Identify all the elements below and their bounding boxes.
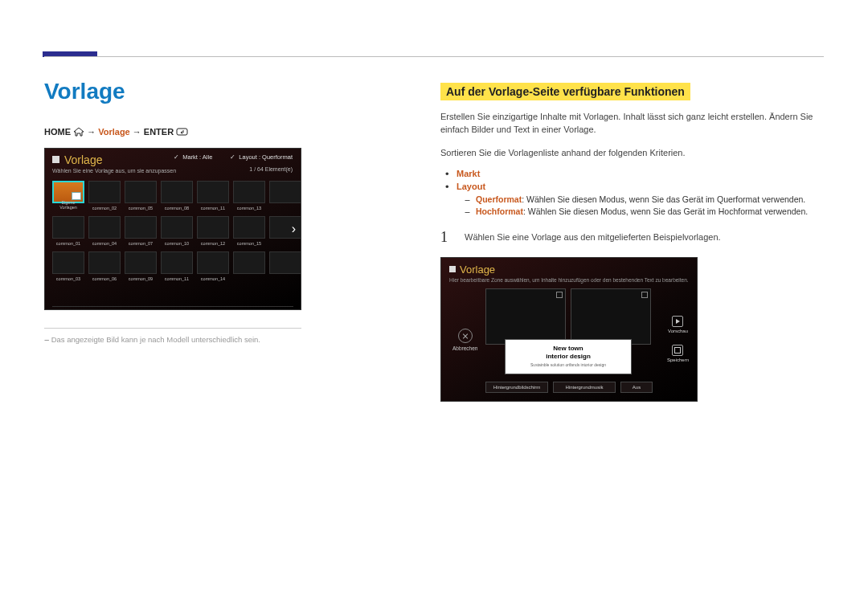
next-page-icon[interactable]: › [292,222,296,236]
template-tile[interactable]: common_11 [197,181,229,203]
tile-label: common_10 [162,241,192,246]
text-querformat: : Wählen Sie diesen Modus, wenn Sie das … [522,194,805,204]
screenshot-subtitle: Hier bearbeitbare Zone auswählen, um Inh… [441,277,697,283]
breadcrumb-current: Vorlage [98,127,130,137]
tile-label: common_13 [234,206,264,210]
step-text: Wählen Sie eine Vorlage aus den mitgelie… [465,229,818,244]
screenshot-title: Vorlage [64,153,102,166]
tile-label: Eigene Vorlagen [54,200,83,210]
screenshot-title: Vorlage [460,264,495,276]
template-tile[interactable] [269,251,301,274]
template-tile[interactable]: common_04 [88,216,121,239]
save-label: Speichern [667,358,689,362]
template-tile[interactable] [233,251,265,274]
text-hochformat: : Wählen Sie diesen Modus, wenn Sie das … [523,206,808,216]
bullet-layout: Layout [457,182,485,191]
tile-label: common_14 [198,276,228,281]
template-tile[interactable] [269,216,301,239]
tile-label: common_08 [162,206,192,210]
template-tile[interactable]: common_05 [125,181,157,203]
bg-music-state[interactable]: Aus [620,382,653,393]
model-disclaimer: Das angezeigte Bild kann je nach Modell … [44,335,350,344]
play-icon [672,316,683,327]
template-tile-own[interactable]: Eigene Vorlagen [52,181,84,203]
tile-label: common_03 [53,276,84,281]
template-tile[interactable]: common_15 [233,216,265,239]
enter-icon [176,128,189,137]
app-icon [449,266,456,272]
template-tile[interactable]: common_10 [161,216,193,239]
template-tile[interactable]: common_02 [88,181,121,203]
close-icon [458,329,473,343]
template-grid-screenshot: Vorlage Wählen Sie eine Vorlage aus, um … [44,148,301,310]
zone-icon [641,292,648,298]
filter-market[interactable]: Markt : Alle [174,153,212,161]
label-hochformat: Hochformat [476,206,523,216]
save-icon [672,345,683,356]
cancel-button[interactable]: Abbrechen [452,329,477,351]
intro-paragraph: Erstellen Sie einzigartige Inhalte mit V… [440,110,818,137]
tile-label: common_05 [125,206,156,210]
tile-label: common_15 [234,241,264,246]
breadcrumb-arrow: → [133,127,141,137]
template-grid: Eigene Vorlagen common_02 common_05 comm… [52,181,301,274]
tile-label: common_06 [89,276,120,281]
edit-zone-right[interactable] [571,288,651,345]
tile-label: common_11 [198,206,228,210]
preview-button[interactable]: Vorschau [668,316,688,333]
cancel-label: Abbrechen [452,345,477,351]
template-tile[interactable]: common_12 [197,216,229,239]
template-tile[interactable]: common_01 [52,216,84,239]
tile-label: common_11 [162,276,192,281]
breadcrumb-enter: ENTER [144,127,174,137]
home-icon [73,128,84,137]
template-tile[interactable]: common_09 [125,251,157,274]
preview-label: Vorschau [668,329,688,333]
template-tile[interactable]: common_06 [88,251,121,274]
breadcrumb: HOME → Vorlage → ENTER [44,127,350,137]
template-tile[interactable]: common_14 [197,251,229,274]
app-icon [52,156,59,163]
template-tile[interactable]: common_03 [52,251,84,274]
bg-image-button[interactable]: Hintergrundbildschirm [485,382,548,393]
zone-icon [556,292,563,298]
header-rule [44,56,824,57]
tile-label: common_12 [198,241,228,246]
template-edit-screenshot: Vorlage Hier bearbeitbare Zone auswählen… [440,257,698,402]
template-tile[interactable]: common_11 [161,251,193,274]
step-number: 1 [440,229,453,246]
tile-label: common_07 [125,241,156,246]
step-1: 1 Wählen Sie eine Vorlage aus den mitgel… [440,229,818,246]
item-counter: 1 / 64 Element(e) [249,166,293,172]
card-line1: New town [509,345,628,352]
card-line3: Sustainble solution orifands intorior de… [509,362,628,367]
edit-zone-left[interactable] [485,288,566,345]
filter-layout[interactable]: Layout : Querformat [230,153,293,161]
sort-paragraph: Sortieren Sie die Vorlagenliste anhand d… [440,146,818,159]
bg-music-button[interactable]: Hintergrundmusik [553,382,616,393]
sub-querformat: Querformat: Wählen Sie diesen Modus, wen… [465,194,818,204]
breadcrumb-arrow: → [87,127,96,137]
template-tile[interactable]: common_08 [161,181,193,203]
bullet-markt: Markt [457,169,480,178]
text-card[interactable]: New town interior design Sustainble solu… [506,340,631,374]
page-title: Vorlage [44,79,350,104]
divider [44,328,301,329]
section-heading: Auf der Vorlage-Seite verfügbare Funktio… [440,83,690,100]
tile-label: common_09 [125,276,156,281]
tile-label: common_04 [89,241,120,246]
tile-label: common_01 [53,241,84,246]
breadcrumb-home: HOME [44,127,71,137]
label-querformat: Querformat [476,194,522,204]
template-tile[interactable]: common_13 [233,181,265,203]
save-button[interactable]: Speichern [667,345,689,362]
template-tile[interactable] [269,181,301,203]
card-line2: interior design [509,353,628,360]
sub-hochformat: Hochformat: Wählen Sie diesen Modus, wen… [465,206,818,216]
template-tile[interactable]: common_07 [125,216,157,239]
tile-label: common_02 [89,206,120,210]
